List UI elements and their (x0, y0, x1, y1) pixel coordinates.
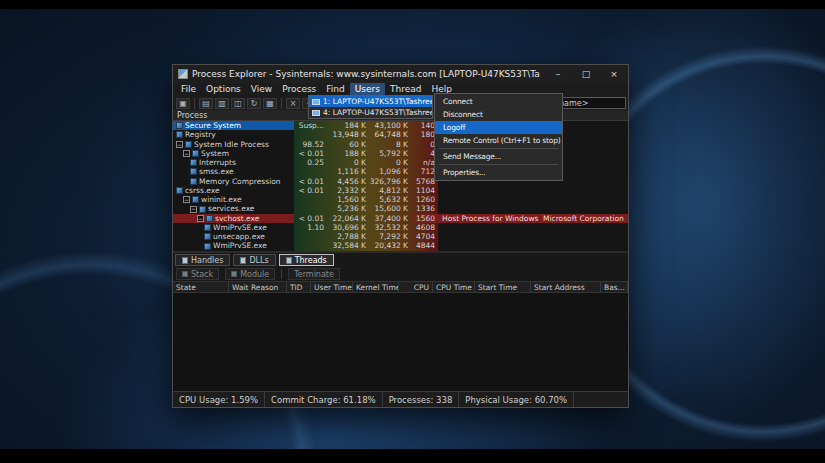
process-icon (192, 150, 199, 157)
process-row[interactable]: −svchost.exe< 0.0122,064 K37,400 K1560Ho… (173, 214, 628, 223)
column-header-start-time[interactable]: Start Time (475, 282, 531, 292)
process-row[interactable]: WmiPrvSE.exe1.1030,696 K32,532 K4608 (173, 223, 628, 232)
tab-threads[interactable]: Threads (279, 254, 334, 266)
description-cell (438, 241, 540, 250)
stack-button[interactable]: Stack (176, 268, 219, 280)
tree-collapse-icon[interactable]: − (183, 196, 190, 203)
menu-view[interactable]: View (246, 83, 277, 96)
pid-cell: 4844 (411, 241, 438, 250)
description-cell (438, 232, 540, 241)
menu-file[interactable]: File (176, 83, 201, 96)
refresh-icon[interactable]: ↻ (247, 98, 261, 109)
kill-process-icon[interactable]: × (286, 98, 300, 109)
letterbox-top (0, 0, 825, 9)
column-header-bas[interactable]: Bas... (601, 282, 628, 292)
tree-collapse-icon[interactable]: − (197, 215, 204, 222)
pid-cell: 1336 (411, 204, 438, 213)
column-header-cpu[interactable]: CPU (399, 282, 433, 292)
process-row[interactable]: −wininit.exe1,560 K5,632 K1260 (173, 195, 628, 204)
menu-separator (439, 164, 558, 165)
process-icon (199, 206, 206, 213)
working-set-cell: 64,748 K (369, 130, 411, 139)
terminate-button[interactable]: Terminate (288, 268, 340, 280)
properties-icon[interactable]: ▦ (263, 98, 277, 109)
process-icon (176, 131, 183, 138)
column-header-state[interactable]: State (173, 282, 229, 292)
title-bar[interactable]: Process Explorer - Sysinternals: www.sys… (173, 65, 628, 83)
cpu-cell (294, 232, 327, 241)
process-icon (204, 224, 211, 231)
tab-dlls[interactable]: DLLs (233, 254, 275, 266)
working-set-cell: 32,532 K (369, 223, 411, 232)
pid-cell: 4704 (411, 232, 438, 241)
description-cell (438, 195, 540, 204)
menu-options[interactable]: Options (201, 83, 246, 96)
process-icon (190, 178, 197, 185)
process-name-cell: Memory Compression (173, 177, 294, 186)
user-session-item[interactable]: 4: LAPTOP-U47KS53T\Tashreef1› (309, 107, 432, 118)
module-button[interactable]: Module (225, 268, 275, 280)
private-bytes-cell: 60 K (327, 140, 369, 149)
session-context-menu: ConnectDisconnectLogoffRemote Control (C… (434, 93, 563, 181)
tab-page-icon (240, 257, 246, 264)
menu-item-properties[interactable]: Properties... (435, 166, 562, 179)
cpu-cell (294, 167, 327, 176)
working-set-cell: 43,100 K (369, 121, 411, 130)
menu-item-remote-control-ctrl-f-to-stop[interactable]: Remote Control (Ctrl+F1 to stop) (435, 134, 562, 147)
cpu-cell (294, 195, 327, 204)
tree-collapse-icon[interactable]: − (183, 150, 190, 157)
window-controls: –□× (544, 65, 628, 83)
column-header-tid[interactable]: TID (287, 282, 311, 292)
process-name-cell: Secure System (173, 121, 294, 130)
system-info-icon[interactable]: ▣ (176, 98, 190, 109)
company-cell (540, 232, 628, 241)
maximize-button[interactable]: □ (572, 65, 600, 83)
column-header-user-time[interactable]: User Time (311, 282, 353, 292)
process-row[interactable]: WmiPrvSE.exe32,584 K20,432 K4844 (173, 241, 628, 250)
module-icon (231, 271, 237, 277)
process-name-cell: Registry (173, 130, 294, 139)
menu-item-send-message[interactable]: Send Message... (435, 150, 562, 163)
filter-input[interactable] (555, 97, 626, 109)
process-row[interactable]: unsecapp.exe2,788 K7,292 K4704 (173, 232, 628, 241)
monitor-icon (312, 99, 320, 105)
stack-icon (182, 271, 188, 277)
process-name-cell: csrss.exe (173, 186, 294, 195)
private-bytes-cell: 5,236 K (327, 204, 369, 213)
minimize-button[interactable]: – (544, 65, 572, 83)
status-segment-0: CPU Usage: 1.59% (173, 392, 265, 407)
process-icon (176, 122, 183, 129)
column-header-start-address[interactable]: Start Address (531, 282, 601, 292)
user-session-item[interactable]: 1: LAPTOP-U47KS53T\Tashreef› (309, 96, 432, 107)
company-cell (540, 204, 628, 213)
process-icon (176, 187, 183, 194)
working-set-cell: 8 K (369, 140, 411, 149)
status-bar: CPU Usage: 1.59%Commit Charge: 61.18%Pro… (173, 391, 628, 407)
cpu-cell: Susp... (294, 121, 327, 130)
company-cell (540, 186, 628, 195)
show-process-tree-icon[interactable]: ▤ (199, 98, 213, 109)
tab-page-icon (182, 257, 188, 264)
menu-item-logoff[interactable]: Logoff (435, 121, 562, 134)
column-header-kernel-time[interactable]: Kernel Time (353, 282, 399, 292)
private-bytes-cell: 4,456 K (327, 177, 369, 186)
pid-cell: 1260 (411, 195, 438, 204)
column-header-cpu-time[interactable]: CPU Time (433, 282, 475, 292)
column-header-wait-reason[interactable]: Wait Reason (229, 282, 287, 292)
menu-item-disconnect[interactable]: Disconnect (435, 108, 562, 121)
working-set-cell: 20,432 K (369, 241, 411, 250)
working-set-cell: 15,600 K (369, 204, 411, 213)
tab-handles[interactable]: Handles (175, 254, 230, 266)
process-row[interactable]: −services.exe5,236 K15,600 K1336 (173, 204, 628, 213)
private-bytes-cell: 1,116 K (327, 167, 369, 176)
company-cell (540, 195, 628, 204)
cpu-cell: < 0.01 (294, 149, 327, 158)
tree-collapse-icon[interactable]: − (190, 206, 197, 213)
menu-item-connect[interactable]: Connect (435, 95, 562, 108)
working-set-cell: 5,632 K (369, 195, 411, 204)
columns-icon[interactable]: ▥ (215, 98, 229, 109)
close-button[interactable]: × (600, 65, 628, 83)
process-row[interactable]: csrss.exe< 0.012,332 K4,812 K1104 (173, 186, 628, 195)
tree-collapse-icon[interactable]: − (176, 141, 183, 148)
show-lower-pane-icon[interactable]: ◫ (231, 98, 245, 109)
